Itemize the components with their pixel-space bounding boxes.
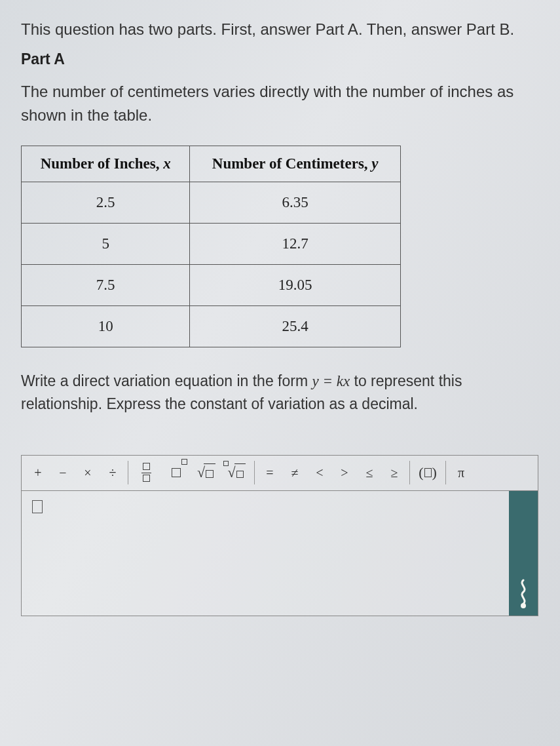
- squiggle-icon: [515, 579, 532, 609]
- table-row: 10 25.4: [22, 305, 401, 347]
- less-equal-button[interactable]: ≤: [357, 460, 382, 486]
- table-row: 2.5 6.35: [22, 182, 401, 223]
- table-header-centimeters: Number of Centimeters, y: [190, 146, 401, 182]
- less-than-button[interactable]: <: [307, 460, 332, 486]
- cell-x: 5: [22, 223, 190, 264]
- cell-x: 10: [22, 305, 190, 347]
- toolbar-separator: [409, 461, 410, 484]
- toolbar-separator: [445, 461, 446, 484]
- pi-button[interactable]: π: [449, 460, 474, 486]
- equation-input[interactable]: [22, 491, 509, 616]
- sqrt-button[interactable]: √: [191, 460, 221, 486]
- cell-x: 7.5: [22, 264, 190, 305]
- fraction-button[interactable]: [131, 460, 161, 486]
- svg-point-0: [521, 603, 526, 608]
- input-area: [22, 491, 538, 616]
- cell-y: 12.7: [190, 223, 401, 264]
- cell-y: 19.05: [190, 264, 401, 305]
- table-row: 5 12.7: [22, 223, 401, 264]
- minus-button[interactable]: −: [50, 460, 75, 486]
- equals-button[interactable]: =: [257, 460, 282, 486]
- instruction-text: Write a direct variation equation in the…: [21, 370, 539, 416]
- divide-button[interactable]: ÷: [100, 460, 125, 486]
- greater-than-button[interactable]: >: [332, 460, 357, 486]
- cell-y: 25.4: [190, 305, 401, 347]
- table-header-row: Number of Inches, x Number of Centimeter…: [22, 146, 401, 182]
- input-placeholder-icon: [32, 500, 43, 513]
- cell-x: 2.5: [22, 182, 190, 223]
- part-a-prompt: The number of centimeters varies directl…: [21, 80, 539, 127]
- toolbar-separator: [254, 461, 255, 484]
- editor-sidebar[interactable]: [509, 491, 538, 616]
- times-button[interactable]: ×: [75, 460, 100, 486]
- table-header-inches: Number of Inches, x: [22, 146, 190, 182]
- plus-button[interactable]: +: [26, 460, 50, 486]
- parentheses-button[interactable]: (): [413, 460, 443, 486]
- fraction-icon: [141, 463, 151, 483]
- exponent-button[interactable]: [161, 460, 191, 486]
- sqrt-icon: √: [197, 463, 215, 482]
- equation-toolbar: + − × ÷ √ √ = ≠ < >: [22, 456, 538, 491]
- table-row: 7.5 19.05: [22, 264, 401, 305]
- greater-equal-button[interactable]: ≥: [382, 460, 407, 486]
- equation-editor: + − × ÷ √ √ = ≠ < >: [21, 455, 538, 616]
- not-equals-button[interactable]: ≠: [282, 460, 307, 486]
- part-a-label: Part A: [21, 50, 539, 68]
- data-table: Number of Inches, x Number of Centimeter…: [21, 146, 401, 347]
- parentheses-icon: (): [419, 464, 437, 481]
- exponent-icon: [172, 464, 181, 481]
- cell-y: 6.35: [190, 182, 401, 223]
- toolbar-separator: [128, 461, 128, 484]
- question-intro: This question has two parts. First, answ…: [21, 18, 539, 41]
- nth-root-icon: √: [227, 463, 245, 482]
- nth-root-button[interactable]: √: [221, 460, 252, 486]
